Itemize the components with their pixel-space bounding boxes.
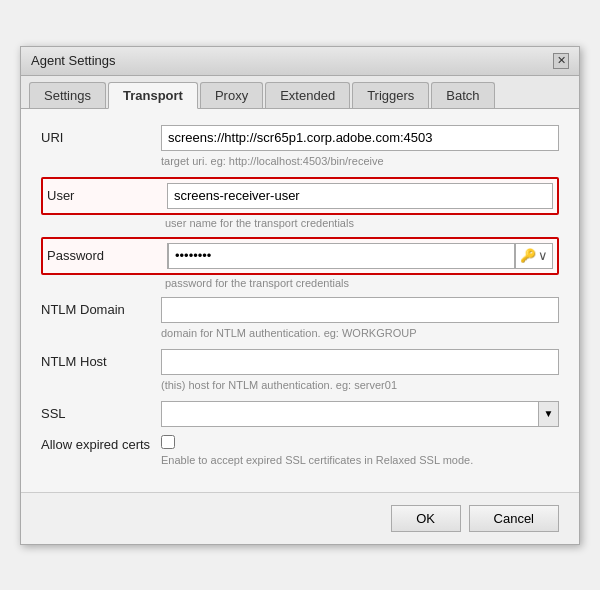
tab-bar: Settings Transport Proxy Extended Trigge… [21,76,579,109]
ntlm-host-input[interactable] [161,349,559,375]
tab-settings[interactable]: Settings [29,82,106,108]
allow-expired-certs-label: Allow expired certs [41,435,161,452]
close-button[interactable]: ✕ [553,53,569,69]
tab-proxy[interactable]: Proxy [200,82,263,108]
user-input[interactable] [167,183,553,209]
ssl-wrapper: relaxed strict ▼ [161,401,559,427]
cancel-button[interactable]: Cancel [469,505,559,532]
ok-button[interactable]: OK [391,505,461,532]
uri-row: URI [41,125,559,151]
title-bar: Agent Settings ✕ [21,47,579,76]
password-wrapper: 🔑 ∨ [167,243,553,269]
ntlm-domain-input[interactable] [161,297,559,323]
password-key-icon[interactable]: 🔑 [520,248,536,263]
ntlm-domain-control [161,297,559,323]
ntlm-host-label: NTLM Host [41,349,161,369]
password-icons: 🔑 ∨ [515,244,552,268]
agent-settings-dialog: Agent Settings ✕ Settings Transport Prox… [20,46,580,545]
ntlm-domain-label: NTLM Domain [41,297,161,317]
password-highlighted-row: Password 🔑 ∨ [41,237,559,275]
tab-triggers[interactable]: Triggers [352,82,429,108]
ssl-chevron-icon[interactable]: ▼ [538,402,558,426]
content-area: URI target uri. eg: http://localhost:450… [21,109,579,492]
user-hint: user name for the transport credentials [165,217,559,229]
ssl-control: relaxed strict ▼ [161,401,559,427]
tab-extended[interactable]: Extended [265,82,350,108]
password-hint: password for the transport credentials [165,277,559,289]
user-label: User [47,183,167,203]
ntlm-domain-hint: domain for NTLM authentication. eg: WORK… [161,327,559,339]
allow-expired-certs-row: Allow expired certs [41,435,559,452]
ntlm-host-hint: (this) host for NTLM authentication. eg:… [161,379,559,391]
uri-hint: target uri. eg: http://localhost:4503/bi… [161,155,559,167]
uri-input[interactable] [161,125,559,151]
uri-label: URI [41,125,161,145]
user-control [167,183,553,209]
user-highlighted-row: User [41,177,559,215]
uri-control [161,125,559,151]
user-row: User [47,183,553,209]
footer: OK Cancel [21,492,579,544]
ssl-row: SSL relaxed strict ▼ [41,401,559,427]
ntlm-host-row: NTLM Host [41,349,559,375]
password-input[interactable] [168,243,515,269]
password-control: 🔑 ∨ [167,243,553,269]
password-label: Password [47,243,167,263]
dialog-title: Agent Settings [31,53,116,68]
tab-transport[interactable]: Transport [108,82,198,109]
ssl-label: SSL [41,401,161,421]
password-row: Password 🔑 ∨ [47,243,553,269]
ssl-select[interactable]: relaxed strict [162,402,538,426]
allow-expired-certs-checkbox[interactable] [161,435,175,449]
tab-batch[interactable]: Batch [431,82,494,108]
password-chevron-icon[interactable]: ∨ [538,248,548,263]
ntlm-domain-row: NTLM Domain [41,297,559,323]
ntlm-host-control [161,349,559,375]
allow-expired-certs-hint: Enable to accept expired SSL certificate… [161,454,559,466]
